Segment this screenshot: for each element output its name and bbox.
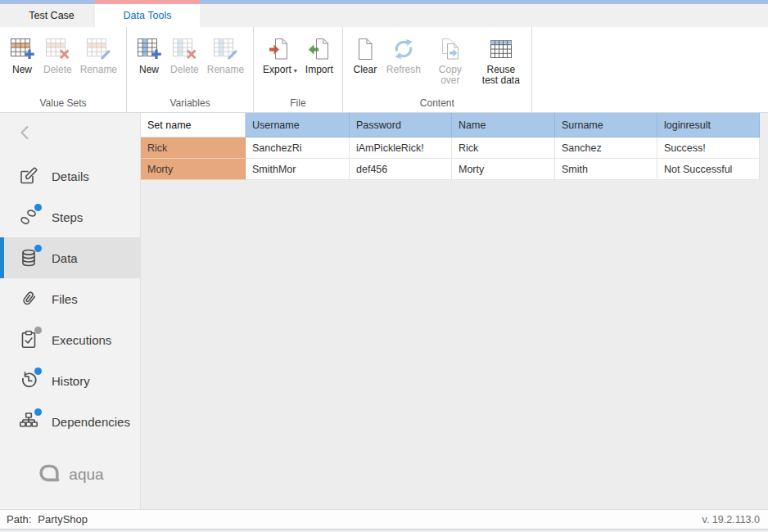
hierarchy-icon — [18, 411, 39, 432]
export-icon — [267, 36, 293, 62]
ribbon-button-label: Rename — [80, 65, 117, 75]
ribbon-button-label: Reuse test data — [480, 65, 522, 86]
table-delete-icon — [44, 36, 70, 62]
aqua-logo-icon — [36, 462, 62, 488]
ribbon-button-label: New — [12, 65, 32, 75]
steps-icon — [18, 206, 39, 228]
reuse-test-data-icon — [488, 36, 514, 62]
column-header-username[interactable]: Username — [246, 113, 350, 138]
column-header-surname[interactable]: Surname — [555, 113, 657, 138]
set-name-cell[interactable]: Morty — [141, 159, 246, 180]
sidebar-item-steps[interactable]: Steps — [0, 196, 140, 237]
table-cell[interactable]: Sanchez — [555, 138, 657, 159]
variables-new-button[interactable]: New — [132, 34, 166, 75]
app-window: Test CaseData Tools NewDeleteRenameValue… — [0, 0, 768, 532]
chevron-left-icon — [16, 124, 34, 142]
collapse-sidebar-button[interactable] — [16, 124, 34, 145]
variables-delete-button: Delete — [166, 34, 203, 75]
table-row: MortySmithMordef456MortySmithNot Success… — [141, 159, 760, 180]
sidebar-nav: DetailsStepsDataFilesExecutionsHistoryDe… — [0, 156, 140, 442]
sidebar-item-label: Dependencies — [52, 415, 130, 429]
sidebar-item-executions[interactable]: Executions — [0, 319, 140, 360]
ribbon-group-file: Export▾ImportFile — [254, 27, 343, 112]
table-new-icon — [9, 36, 35, 62]
sidebar: DetailsStepsDataFilesExecutionsHistoryDe… — [0, 113, 141, 509]
table-header-row: Set nameUsernamePasswordNameSurnamelogin… — [141, 113, 760, 138]
ribbon-button-label: Import — [305, 65, 333, 75]
aqua-logo: aqua — [0, 462, 140, 488]
copy-over-icon — [437, 36, 463, 62]
ribbon-button-label: Rename — [207, 65, 244, 75]
table-cell[interactable]: SanchezRi — [246, 138, 350, 159]
tab-data-tools[interactable]: Data Tools — [95, 4, 200, 27]
table-cell[interactable]: def456 — [350, 159, 452, 180]
value-sets-rename-button: Rename — [76, 34, 121, 75]
data-table: Set nameUsernamePasswordNameSurnamelogin… — [141, 113, 760, 180]
bottom-strip — [0, 529, 768, 532]
ribbon-group-label: Content — [343, 97, 531, 109]
content-refresh-button: Refresh — [382, 34, 425, 75]
ribbon-button-label: Clear — [353, 65, 377, 75]
sidebar-item-label: Data — [52, 251, 78, 265]
variable-rename-icon — [212, 36, 238, 62]
edit-icon — [18, 165, 39, 187]
path-value: PartyShop — [38, 513, 88, 525]
sidebar-item-files[interactable]: Files — [0, 278, 140, 319]
clear-icon — [352, 36, 378, 62]
aqua-logo-text: aqua — [69, 466, 103, 484]
table-cell[interactable]: Morty — [452, 159, 555, 180]
ribbon-group-label: File — [254, 97, 342, 109]
clipboard-icon — [18, 329, 39, 350]
sidebar-item-data[interactable]: Data — [0, 237, 140, 278]
ribbon-group-label: Value Sets — [0, 97, 126, 109]
column-header-password[interactable]: Password — [350, 113, 452, 138]
path-breadcrumb: Path: PartyShop — [7, 513, 88, 525]
variable-new-icon — [136, 36, 162, 62]
column-header-loginresult[interactable]: loginresult — [657, 113, 760, 138]
file-import-button[interactable]: Import — [301, 34, 337, 75]
notification-badge — [34, 367, 42, 375]
sidebar-item-history[interactable]: History — [0, 360, 140, 401]
set-name-cell[interactable]: Rick — [141, 138, 246, 159]
content-area: DetailsStepsDataFilesExecutionsHistoryDe… — [0, 113, 768, 509]
notification-badge — [34, 327, 42, 334]
column-header-name[interactable]: Name — [452, 113, 555, 138]
variable-delete-icon — [171, 36, 197, 62]
main-panel: Set nameUsernamePasswordNameSurnamelogin… — [141, 113, 768, 509]
table-cell[interactable]: Rick — [452, 138, 555, 159]
ribbon-button-label: New — [139, 65, 159, 75]
status-bar: Path: PartyShop v. 19.2.113.0 — [0, 509, 768, 529]
sidebar-item-dependencies[interactable]: Dependencies — [0, 401, 140, 442]
content-reuse-test-data-button[interactable]: Reuse test data — [476, 34, 526, 86]
ribbon: NewDeleteRenameValue SetsNewDeleteRename… — [0, 27, 768, 113]
path-label: Path: — [7, 513, 31, 525]
sidebar-item-details[interactable]: Details — [0, 156, 140, 196]
ribbon-group-label: Variables — [127, 97, 253, 109]
ribbon-group-value-sets: NewDeleteRenameValue Sets — [0, 27, 127, 112]
ribbon-button-label: Refresh — [386, 65, 421, 75]
ribbon-group-content: ClearRefreshCopy overReuse test dataCont… — [343, 27, 532, 112]
value-sets-new-button[interactable]: New — [5, 34, 39, 75]
tab-test-case[interactable]: Test Case — [8, 4, 95, 27]
sidebar-item-label: History — [52, 374, 90, 388]
notification-badge — [34, 204, 42, 211]
column-header-set-name[interactable]: Set name — [141, 113, 246, 138]
table-cell[interactable]: Smith — [555, 159, 657, 180]
variables-rename-button: Rename — [203, 34, 248, 75]
notification-badge — [34, 408, 42, 416]
tab-bar: Test CaseData Tools — [0, 4, 768, 27]
table-cell[interactable]: Not Successful — [657, 159, 760, 180]
ribbon-group-variables: NewDeleteRenameVariables — [127, 27, 254, 112]
sidebar-item-label: Files — [52, 292, 78, 306]
table-rename-icon — [85, 36, 111, 62]
sidebar-item-label: Details — [52, 169, 89, 183]
file-export-button[interactable]: Export▾ — [259, 34, 301, 76]
table-cell[interactable]: iAmPickleRick! — [350, 138, 452, 159]
sidebar-item-label: Steps — [52, 210, 83, 224]
ribbon-button-label: Copy over — [429, 65, 472, 86]
table-cell[interactable]: SmithMor — [246, 159, 350, 180]
table-cell[interactable]: Success! — [657, 138, 760, 159]
dropdown-caret-icon: ▾ — [294, 67, 297, 74]
content-clear-button[interactable]: Clear — [348, 34, 382, 75]
database-icon — [18, 247, 39, 268]
